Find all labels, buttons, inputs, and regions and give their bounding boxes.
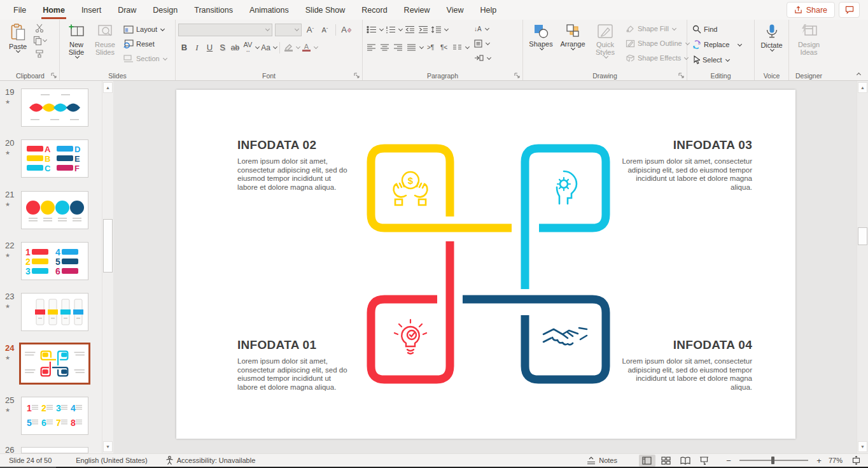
tab-draw[interactable]: Draw — [109, 0, 144, 20]
tab-animations[interactable]: Animations — [241, 0, 297, 20]
columns-button[interactable] — [451, 41, 463, 53]
font-name-combobox[interactable] — [178, 24, 272, 36]
slide-editor[interactable]: $ — [176, 90, 795, 439]
text-shadow-button[interactable]: S — [216, 41, 228, 53]
line-spacing-button[interactable] — [430, 24, 442, 36]
numbering-button[interactable] — [384, 24, 396, 36]
tab-file[interactable]: File — [5, 0, 34, 20]
replace-button[interactable]: bc Replace — [691, 38, 743, 51]
change-case-button[interactable]: Aa — [260, 41, 272, 53]
copy-button[interactable] — [33, 34, 46, 46]
canvas-scroll-up-button[interactable]: ▲ — [858, 82, 867, 93]
shape-fill-button[interactable]: Shape Fill — [624, 22, 690, 35]
comments-button[interactable] — [839, 2, 860, 18]
font-size-combobox[interactable] — [275, 24, 302, 36]
language-indicator[interactable]: English (United States) — [71, 454, 153, 467]
text-direction-button[interactable]: ↓A — [473, 22, 492, 35]
italic-button[interactable]: I — [191, 41, 203, 53]
shapes-button[interactable]: Shapes — [526, 22, 556, 50]
convert-to-smartart-button[interactable] — [473, 52, 492, 64]
tab-transitions[interactable]: Transitions — [186, 0, 241, 20]
shape-outline-button[interactable]: Shape Outline — [624, 37, 690, 50]
reuse-slides-button[interactable]: Reuse Slides — [90, 22, 120, 56]
zoom-slider[interactable] — [739, 460, 808, 461]
reset-button[interactable]: Reset — [122, 38, 168, 50]
clipboard-dialog-launcher[interactable] — [51, 73, 57, 79]
slide-counter[interactable]: Slide 24 of 50 — [4, 454, 57, 467]
zoom-out-button[interactable]: − — [724, 455, 733, 467]
infodata-01-textblock[interactable]: INFODATA 01 Lorem ipsum dolor sit amet, … — [237, 338, 349, 392]
tab-slide-show[interactable]: Slide Show — [297, 0, 354, 20]
normal-view-button[interactable] — [639, 455, 655, 467]
thumbnail-scrollbar[interactable]: ▲ ▼ — [102, 81, 113, 453]
tab-help[interactable]: Help — [472, 0, 505, 20]
dictate-button[interactable]: Dictate — [758, 22, 786, 51]
shape-effects-button[interactable]: Shape Effects — [624, 52, 690, 64]
decrease-font-size-button[interactable]: Aˇ — [319, 24, 331, 36]
thumbnail-scroll-up-button[interactable]: ▲ — [103, 82, 113, 93]
canvas-scroll-down-button[interactable]: ▼ — [858, 441, 867, 452]
zoom-level[interactable]: 77% — [826, 454, 845, 467]
tab-home[interactable]: Home — [34, 0, 73, 20]
share-button[interactable]: Share — [787, 2, 835, 18]
align-left-button[interactable] — [365, 41, 377, 53]
layout-button[interactable]: Layout — [122, 23, 168, 36]
zoom-in-button[interactable]: + — [815, 455, 823, 467]
underline-button[interactable]: U — [204, 41, 216, 53]
slide-thumbnail-25[interactable]: 1234 5678 — [21, 397, 88, 435]
notes-toggle[interactable]: Notes — [582, 454, 622, 467]
accessibility-checker[interactable]: Accessibility: Unavailable — [160, 454, 261, 467]
collapse-ribbon-chevron[interactable] — [857, 73, 861, 77]
new-slide-button[interactable]: New Slide — [62, 22, 90, 58]
decrease-indent-button[interactable] — [403, 24, 416, 36]
fit-slide-to-window-button[interactable] — [848, 455, 864, 467]
ltr-text-direction-button[interactable]: >¶ — [424, 41, 437, 53]
justify-button[interactable] — [405, 41, 417, 53]
align-center-button[interactable] — [379, 41, 391, 53]
slide-show-button[interactable] — [696, 455, 713, 467]
font-color-button[interactable]: A — [300, 41, 312, 53]
align-right-button[interactable] — [392, 41, 404, 53]
reading-view-button[interactable] — [677, 455, 694, 467]
slide-thumbnail-21[interactable] — [21, 191, 88, 229]
tab-view[interactable]: View — [438, 0, 472, 20]
slide-thumbnail-24[interactable] — [19, 343, 90, 385]
drawing-dialog-launcher[interactable] — [678, 73, 685, 79]
tab-design[interactable]: Design — [144, 0, 186, 20]
format-painter-button[interactable] — [33, 47, 46, 59]
infodata-03-textblock[interactable]: INFODATA 03 Lorem ipsum dolor sit amet, … — [622, 138, 752, 192]
paragraph-dialog-launcher[interactable] — [514, 73, 521, 79]
quick-styles-button[interactable]: Quick Styles — [589, 22, 621, 58]
canvas-scrollbar[interactable]: ▲ ▼ — [857, 81, 868, 453]
tab-record[interactable]: Record — [353, 0, 395, 20]
slide-thumbnail-20[interactable]: A B C D E F — [21, 139, 88, 178]
increase-indent-button[interactable] — [417, 24, 429, 36]
character-spacing-button[interactable]: AV↔ — [242, 41, 254, 53]
increase-font-size-button[interactable]: Aˆ — [304, 24, 316, 36]
slide-thumbnail-23[interactable] — [21, 293, 88, 331]
tab-insert[interactable]: Insert — [73, 0, 109, 20]
tab-review[interactable]: Review — [396, 0, 438, 20]
strikethrough-button[interactable]: ab — [229, 41, 241, 53]
design-ideas-button[interactable]: Design Ideas — [794, 22, 823, 56]
slide-thumbnail-22[interactable]: 1 2 3 4 5 6 — [21, 242, 88, 280]
slide-thumbnail-26[interactable] — [21, 447, 88, 453]
paste-button[interactable]: Paste — [4, 22, 32, 52]
bold-button[interactable]: B — [178, 41, 190, 53]
slide-thumbnail-19[interactable] — [21, 89, 88, 127]
slide-sorter-view-button[interactable] — [658, 455, 675, 467]
cut-button[interactable] — [33, 22, 46, 34]
thumbnail-scrollbar-thumb[interactable] — [103, 219, 113, 273]
zoom-slider-thumb[interactable] — [771, 457, 774, 464]
select-button[interactable]: Select — [691, 53, 743, 66]
clear-formatting-button[interactable]: A — [340, 24, 353, 36]
rtl-text-direction-button[interactable]: ¶< — [438, 41, 450, 53]
find-button[interactable]: Find — [691, 23, 743, 36]
arrange-button[interactable]: Arrange — [556, 22, 589, 50]
infodata-04-textblock[interactable]: INFODATA 04 Lorem ipsum dolor sit amet, … — [622, 338, 752, 392]
infodata-02-textblock[interactable]: INFODATA 02 Lorem ipsum dolor sit amet, … — [237, 138, 349, 192]
canvas-scrollbar-thumb[interactable] — [858, 227, 867, 245]
section-button[interactable]: Section — [122, 52, 168, 65]
thumbnail-scroll-down-button[interactable]: ▼ — [103, 441, 113, 452]
highlight-color-button[interactable] — [283, 41, 295, 53]
